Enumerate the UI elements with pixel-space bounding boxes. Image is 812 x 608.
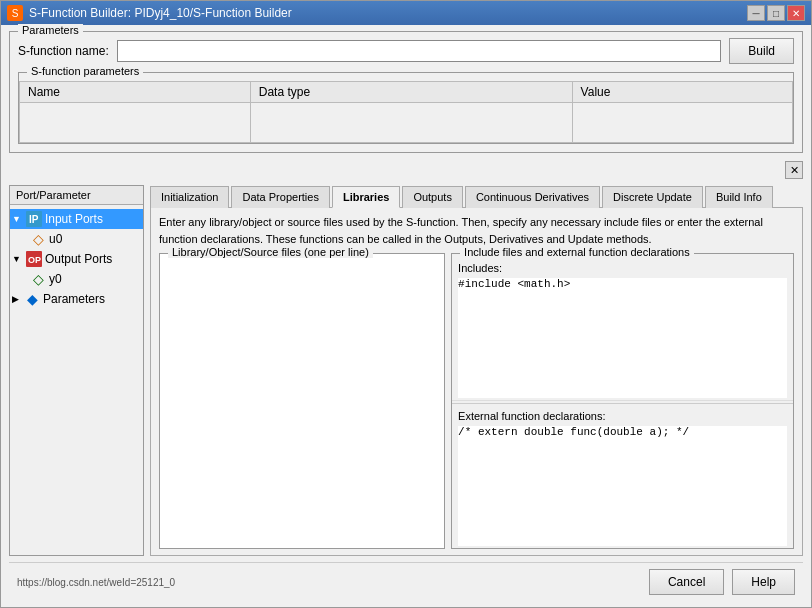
u0-icon: ◇ (30, 231, 46, 247)
app-icon: S (7, 5, 23, 21)
title-bar-left: S S-Function Builder: PIDyj4_10/S-Functi… (7, 5, 292, 21)
tab-data-properties[interactable]: Data Properties (231, 186, 329, 208)
lib-source-box: Library/Object/Source files (one per lin… (159, 253, 445, 549)
y0-icon: ◇ (30, 271, 46, 287)
ext-label: External function declarations: (452, 406, 793, 424)
inc-ext-inner: Includes: External function declarations… (452, 254, 793, 548)
cancel-button[interactable]: Cancel (649, 569, 724, 595)
inc-ext-label: Include files and external function decl… (460, 246, 694, 258)
tab-build-info[interactable]: Build Info (705, 186, 773, 208)
minimize-button[interactable]: ─ (747, 5, 765, 21)
right-panel: Initialization Data Properties Libraries… (150, 185, 803, 556)
includes-textarea[interactable] (458, 278, 787, 398)
svg-text:IP: IP (29, 214, 39, 225)
col-name: Name (20, 82, 251, 103)
expand-arrow-input: ▼ (12, 214, 21, 224)
build-button[interactable]: Build (729, 38, 794, 64)
s-function-name-row: S-function name: Build (18, 38, 794, 64)
title-buttons: ─ □ ✕ (747, 5, 805, 21)
tab-initialization[interactable]: Initialization (150, 186, 229, 208)
dismiss-row: ✕ (9, 161, 803, 179)
libraries-two-col: Library/Object/Source files (one per lin… (159, 253, 794, 549)
tree-item-input-ports[interactable]: ▼ IP Input Ports (10, 209, 143, 229)
title-bar: S S-Function Builder: PIDyj4_10/S-Functi… (1, 1, 811, 25)
tab-continuous-derivatives[interactable]: Continuous Derivatives (465, 186, 600, 208)
table-row (20, 103, 793, 143)
includes-area (452, 276, 793, 401)
svg-text:OP: OP (28, 255, 41, 265)
expand-arrow-params: ▶ (12, 294, 19, 304)
includes-label: Includes: (452, 262, 793, 276)
output-ports-label: Output Ports (45, 252, 112, 266)
s-function-params-label: S-function parameters (27, 65, 143, 77)
col-datatype: Data type (250, 82, 572, 103)
help-button[interactable]: Help (732, 569, 795, 595)
tree-item-output-ports[interactable]: ▼ OP Output Ports (10, 249, 143, 269)
lib-source-textarea[interactable] (160, 254, 444, 548)
bottom-bar: https://blog.csdn.net/weId=25121_0 Cance… (9, 562, 803, 601)
status-text: https://blog.csdn.net/weId=25121_0 (17, 577, 641, 588)
content-area: Parameters S-function name: Build S-func… (1, 25, 811, 607)
params-table: Name Data type Value (19, 81, 793, 143)
expand-arrow-output: ▼ (12, 254, 21, 264)
libraries-description: Enter any library/object or source files… (159, 214, 794, 247)
parameters-icon: ◆ (24, 291, 40, 307)
parameters-group: Parameters S-function name: Build S-func… (9, 31, 803, 153)
ext-area (452, 424, 793, 548)
dismiss-button[interactable]: ✕ (785, 161, 803, 179)
tab-libraries-content: Enter any library/object or source files… (150, 208, 803, 556)
s-function-name-label: S-function name: (18, 44, 109, 58)
main-window: S S-Function Builder: PIDyj4_10/S-Functi… (0, 0, 812, 608)
tab-libraries[interactable]: Libraries (332, 186, 400, 208)
s-function-name-input[interactable] (117, 40, 722, 62)
close-button[interactable]: ✕ (787, 5, 805, 21)
tree-item-u0[interactable]: ◇ u0 (10, 229, 143, 249)
tab-discrete-update[interactable]: Discrete Update (602, 186, 703, 208)
input-ports-label: Input Ports (45, 212, 103, 226)
u0-label: u0 (49, 232, 62, 246)
tree-item-y0[interactable]: ◇ y0 (10, 269, 143, 289)
port-panel: Port/Parameter ▼ IP Input Ports (9, 185, 144, 556)
parameters-label: Parameters (43, 292, 105, 306)
tree-item-parameters[interactable]: ▶ ◆ Parameters (10, 289, 143, 309)
input-ports-icon: IP (26, 211, 42, 227)
parameters-group-label: Parameters (18, 24, 83, 36)
window-title: S-Function Builder: PIDyj4_10/S-Function… (29, 6, 292, 20)
col-value: Value (572, 82, 792, 103)
y0-label: y0 (49, 272, 62, 286)
maximize-button[interactable]: □ (767, 5, 785, 21)
inc-ext-box: Include files and external function decl… (451, 253, 794, 549)
tab-outputs[interactable]: Outputs (402, 186, 463, 208)
main-section: Port/Parameter ▼ IP Input Ports (9, 185, 803, 556)
divider (452, 403, 793, 404)
output-ports-icon: OP (26, 251, 42, 267)
port-panel-title: Port/Parameter (10, 186, 143, 205)
lib-source-label: Library/Object/Source files (one per lin… (168, 246, 373, 258)
ext-textarea[interactable] (458, 426, 787, 546)
tabs-bar: Initialization Data Properties Libraries… (150, 185, 803, 208)
port-tree: ▼ IP Input Ports ◇ u0 (10, 205, 143, 555)
